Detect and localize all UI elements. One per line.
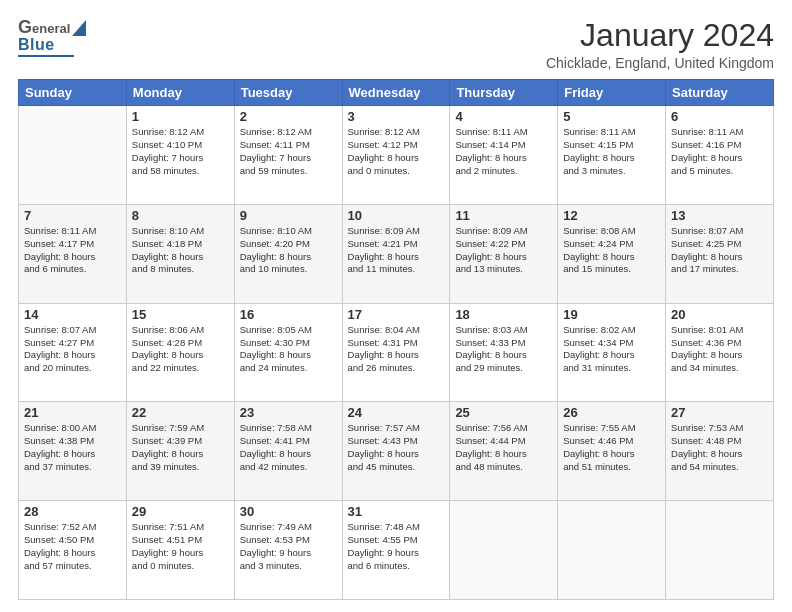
calendar-cell: 19Sunrise: 8:02 AM Sunset: 4:34 PM Dayli… [558, 303, 666, 402]
day-number: 25 [455, 405, 552, 420]
day-info: Sunrise: 7:48 AM Sunset: 4:55 PM Dayligh… [348, 521, 445, 572]
day-info: Sunrise: 8:11 AM Sunset: 4:17 PM Dayligh… [24, 225, 121, 276]
day-number: 5 [563, 109, 660, 124]
calendar-week-5: 28Sunrise: 7:52 AM Sunset: 4:50 PM Dayli… [19, 501, 774, 600]
day-info: Sunrise: 8:08 AM Sunset: 4:24 PM Dayligh… [563, 225, 660, 276]
header: G eneral Blue January 2024 Chicklade, En… [18, 18, 774, 71]
day-info: Sunrise: 8:02 AM Sunset: 4:34 PM Dayligh… [563, 324, 660, 375]
calendar-cell: 4Sunrise: 8:11 AM Sunset: 4:14 PM Daylig… [450, 106, 558, 205]
calendar-cell: 15Sunrise: 8:06 AM Sunset: 4:28 PM Dayli… [126, 303, 234, 402]
calendar-cell: 3Sunrise: 8:12 AM Sunset: 4:12 PM Daylig… [342, 106, 450, 205]
day-number: 6 [671, 109, 768, 124]
day-number: 16 [240, 307, 337, 322]
calendar-cell: 16Sunrise: 8:05 AM Sunset: 4:30 PM Dayli… [234, 303, 342, 402]
calendar-table: Sunday Monday Tuesday Wednesday Thursday… [18, 79, 774, 600]
day-number: 22 [132, 405, 229, 420]
day-number: 20 [671, 307, 768, 322]
calendar-cell [19, 106, 127, 205]
day-info: Sunrise: 7:58 AM Sunset: 4:41 PM Dayligh… [240, 422, 337, 473]
day-info: Sunrise: 8:11 AM Sunset: 4:16 PM Dayligh… [671, 126, 768, 177]
calendar-cell: 5Sunrise: 8:11 AM Sunset: 4:15 PM Daylig… [558, 106, 666, 205]
calendar-cell: 2Sunrise: 8:12 AM Sunset: 4:11 PM Daylig… [234, 106, 342, 205]
calendar-cell: 8Sunrise: 8:10 AM Sunset: 4:18 PM Daylig… [126, 204, 234, 303]
day-info: Sunrise: 8:09 AM Sunset: 4:21 PM Dayligh… [348, 225, 445, 276]
day-number: 30 [240, 504, 337, 519]
calendar-cell [558, 501, 666, 600]
logo-blue-text: Blue [18, 36, 55, 54]
day-number: 1 [132, 109, 229, 124]
day-number: 29 [132, 504, 229, 519]
day-info: Sunrise: 7:53 AM Sunset: 4:48 PM Dayligh… [671, 422, 768, 473]
header-friday: Friday [558, 80, 666, 106]
calendar-cell [666, 501, 774, 600]
day-info: Sunrise: 8:03 AM Sunset: 4:33 PM Dayligh… [455, 324, 552, 375]
day-number: 10 [348, 208, 445, 223]
day-info: Sunrise: 8:00 AM Sunset: 4:38 PM Dayligh… [24, 422, 121, 473]
header-sunday: Sunday [19, 80, 127, 106]
calendar-cell: 25Sunrise: 7:56 AM Sunset: 4:44 PM Dayli… [450, 402, 558, 501]
day-number: 23 [240, 405, 337, 420]
day-number: 28 [24, 504, 121, 519]
day-number: 12 [563, 208, 660, 223]
calendar-cell [450, 501, 558, 600]
header-monday: Monday [126, 80, 234, 106]
day-number: 11 [455, 208, 552, 223]
day-number: 4 [455, 109, 552, 124]
calendar-cell: 27Sunrise: 7:53 AM Sunset: 4:48 PM Dayli… [666, 402, 774, 501]
calendar-cell: 28Sunrise: 7:52 AM Sunset: 4:50 PM Dayli… [19, 501, 127, 600]
day-info: Sunrise: 7:52 AM Sunset: 4:50 PM Dayligh… [24, 521, 121, 572]
calendar-cell: 22Sunrise: 7:59 AM Sunset: 4:39 PM Dayli… [126, 402, 234, 501]
day-number: 15 [132, 307, 229, 322]
day-info: Sunrise: 7:51 AM Sunset: 4:51 PM Dayligh… [132, 521, 229, 572]
page: G eneral Blue January 2024 Chicklade, En… [0, 0, 792, 612]
calendar-cell: 12Sunrise: 8:08 AM Sunset: 4:24 PM Dayli… [558, 204, 666, 303]
header-saturday: Saturday [666, 80, 774, 106]
logo-eneral: eneral [32, 22, 70, 35]
day-info: Sunrise: 7:57 AM Sunset: 4:43 PM Dayligh… [348, 422, 445, 473]
logo: G eneral Blue [18, 18, 86, 57]
day-number: 31 [348, 504, 445, 519]
calendar-cell: 30Sunrise: 7:49 AM Sunset: 4:53 PM Dayli… [234, 501, 342, 600]
day-info: Sunrise: 7:59 AM Sunset: 4:39 PM Dayligh… [132, 422, 229, 473]
day-number: 17 [348, 307, 445, 322]
logo-blue-row: Blue [18, 36, 86, 54]
day-number: 14 [24, 307, 121, 322]
day-number: 18 [455, 307, 552, 322]
day-info: Sunrise: 8:09 AM Sunset: 4:22 PM Dayligh… [455, 225, 552, 276]
calendar-cell: 31Sunrise: 7:48 AM Sunset: 4:55 PM Dayli… [342, 501, 450, 600]
day-info: Sunrise: 8:12 AM Sunset: 4:12 PM Dayligh… [348, 126, 445, 177]
day-number: 24 [348, 405, 445, 420]
day-info: Sunrise: 8:01 AM Sunset: 4:36 PM Dayligh… [671, 324, 768, 375]
calendar-week-4: 21Sunrise: 8:00 AM Sunset: 4:38 PM Dayli… [19, 402, 774, 501]
day-info: Sunrise: 8:07 AM Sunset: 4:25 PM Dayligh… [671, 225, 768, 276]
calendar-cell: 26Sunrise: 7:55 AM Sunset: 4:46 PM Dayli… [558, 402, 666, 501]
calendar-cell: 21Sunrise: 8:00 AM Sunset: 4:38 PM Dayli… [19, 402, 127, 501]
calendar-week-3: 14Sunrise: 8:07 AM Sunset: 4:27 PM Dayli… [19, 303, 774, 402]
day-info: Sunrise: 7:55 AM Sunset: 4:46 PM Dayligh… [563, 422, 660, 473]
day-info: Sunrise: 7:56 AM Sunset: 4:44 PM Dayligh… [455, 422, 552, 473]
calendar-cell: 6Sunrise: 8:11 AM Sunset: 4:16 PM Daylig… [666, 106, 774, 205]
header-wednesday: Wednesday [342, 80, 450, 106]
day-info: Sunrise: 8:06 AM Sunset: 4:28 PM Dayligh… [132, 324, 229, 375]
header-thursday: Thursday [450, 80, 558, 106]
logo-flag-icon [72, 20, 86, 36]
day-number: 3 [348, 109, 445, 124]
day-info: Sunrise: 7:49 AM Sunset: 4:53 PM Dayligh… [240, 521, 337, 572]
calendar-cell: 1Sunrise: 8:12 AM Sunset: 4:10 PM Daylig… [126, 106, 234, 205]
day-info: Sunrise: 8:12 AM Sunset: 4:10 PM Dayligh… [132, 126, 229, 177]
calendar-cell: 17Sunrise: 8:04 AM Sunset: 4:31 PM Dayli… [342, 303, 450, 402]
day-number: 8 [132, 208, 229, 223]
calendar-cell: 11Sunrise: 8:09 AM Sunset: 4:22 PM Dayli… [450, 204, 558, 303]
calendar-cell: 7Sunrise: 8:11 AM Sunset: 4:17 PM Daylig… [19, 204, 127, 303]
calendar-cell: 18Sunrise: 8:03 AM Sunset: 4:33 PM Dayli… [450, 303, 558, 402]
day-info: Sunrise: 8:12 AM Sunset: 4:11 PM Dayligh… [240, 126, 337, 177]
weekday-header-row: Sunday Monday Tuesday Wednesday Thursday… [19, 80, 774, 106]
calendar-cell: 14Sunrise: 8:07 AM Sunset: 4:27 PM Dayli… [19, 303, 127, 402]
calendar-week-1: 1Sunrise: 8:12 AM Sunset: 4:10 PM Daylig… [19, 106, 774, 205]
calendar-week-2: 7Sunrise: 8:11 AM Sunset: 4:17 PM Daylig… [19, 204, 774, 303]
title-area: January 2024 Chicklade, England, United … [546, 18, 774, 71]
calendar-cell: 10Sunrise: 8:09 AM Sunset: 4:21 PM Dayli… [342, 204, 450, 303]
logo-top-row: G eneral [18, 18, 86, 36]
day-number: 19 [563, 307, 660, 322]
logo-underline [18, 55, 74, 57]
